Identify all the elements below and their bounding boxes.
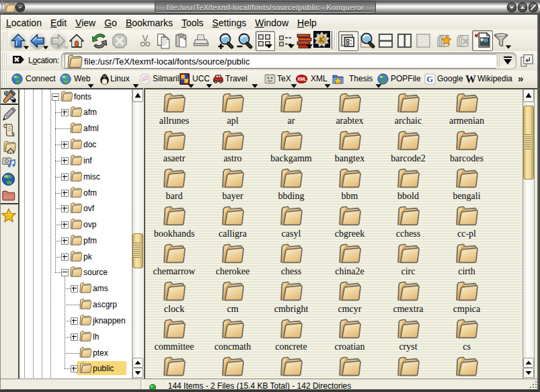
svg-text:G: G bbox=[426, 75, 433, 84]
svg-text:XML: XML bbox=[297, 77, 307, 81]
svg-text:W: W bbox=[465, 73, 476, 85]
